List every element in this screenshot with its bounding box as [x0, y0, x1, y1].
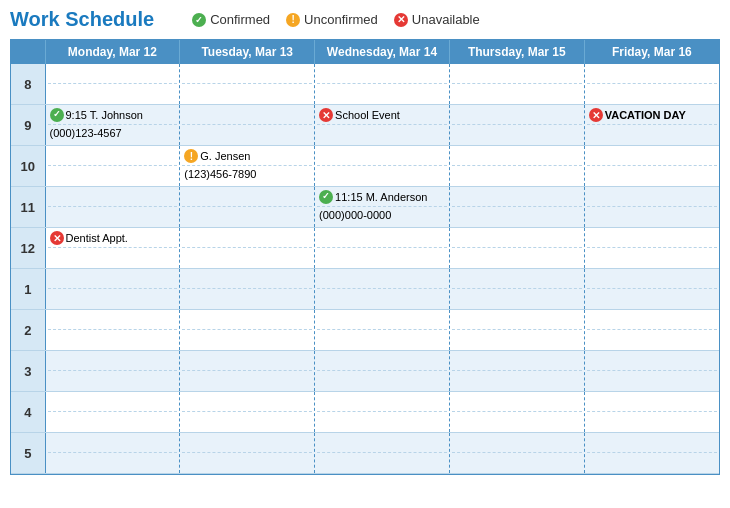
day-cell[interactable] — [449, 392, 584, 433]
cell-top — [182, 353, 312, 371]
event-entry: 9:15 T. Johnson — [50, 108, 143, 122]
unconfirmed-label: Unconfirmed — [304, 12, 378, 27]
header-tue: Tuesday, Mar 13 — [180, 40, 315, 64]
cell-top — [182, 435, 312, 453]
cell-bottom — [182, 289, 312, 307]
day-cell[interactable] — [45, 433, 180, 474]
day-cell[interactable] — [45, 269, 180, 310]
cell-top: 9:15 T. Johnson — [48, 107, 178, 125]
day-cell[interactable] — [449, 433, 584, 474]
day-cell[interactable] — [180, 310, 315, 351]
day-cell[interactable]: VACATION DAY — [584, 105, 719, 146]
header-mon: Monday, Mar 12 — [45, 40, 180, 64]
day-cell[interactable]: Dentist Appt. — [45, 228, 180, 269]
cell-bottom — [48, 248, 178, 266]
unconfirmed-icon — [286, 13, 300, 27]
day-cell[interactable] — [315, 64, 450, 105]
day-cell[interactable] — [584, 187, 719, 228]
day-cell[interactable] — [315, 310, 450, 351]
day-cell[interactable] — [45, 351, 180, 392]
cell-bottom — [317, 289, 447, 307]
day-cell[interactable] — [180, 392, 315, 433]
day-cell[interactable]: G. Jensen(123)456-7890 — [180, 146, 315, 187]
day-cell[interactable] — [584, 64, 719, 105]
cell-bottom — [182, 412, 312, 430]
day-cell[interactable] — [180, 187, 315, 228]
day-cell[interactable] — [584, 433, 719, 474]
event-text: Dentist Appt. — [66, 231, 128, 245]
day-cell[interactable] — [180, 64, 315, 105]
cell-bottom — [48, 289, 178, 307]
event-text: (000)123-4567 — [50, 126, 122, 140]
day-cell[interactable]: 9:15 T. Johnson(000)123-4567 — [45, 105, 180, 146]
day-cell[interactable] — [180, 269, 315, 310]
cell-top — [317, 271, 447, 289]
day-cell[interactable]: School Event — [315, 105, 450, 146]
day-cell[interactable] — [449, 269, 584, 310]
work-schedule-page: Work Schedule Confirmed Unconfirmed Unav… — [0, 0, 730, 479]
day-cell[interactable] — [584, 146, 719, 187]
day-cell[interactable] — [449, 351, 584, 392]
day-cell[interactable] — [180, 105, 315, 146]
cell-bottom — [182, 330, 312, 348]
cell-bottom — [48, 453, 178, 471]
cell-bottom — [452, 248, 582, 266]
event-entry: (000)123-4567 — [50, 126, 122, 140]
cell-top — [48, 435, 178, 453]
time-cell: 3 — [11, 351, 45, 392]
day-cell[interactable] — [45, 310, 180, 351]
page-header: Work Schedule Confirmed Unconfirmed Unav… — [10, 8, 720, 31]
day-cell[interactable] — [180, 351, 315, 392]
day-cell[interactable] — [449, 310, 584, 351]
day-cell[interactable] — [449, 187, 584, 228]
day-cell[interactable] — [449, 146, 584, 187]
unavailable-event-icon — [319, 108, 333, 122]
day-cell[interactable] — [449, 105, 584, 146]
day-cell[interactable] — [45, 187, 180, 228]
event-entry: School Event — [319, 108, 400, 122]
cell-bottom: (000)123-4567 — [48, 125, 178, 143]
cell-top — [182, 107, 312, 125]
cell-top — [452, 394, 582, 412]
header-thu: Thursday, Mar 15 — [449, 40, 584, 64]
cell-top: Dentist Appt. — [48, 230, 178, 248]
day-cell[interactable] — [45, 392, 180, 433]
day-cell[interactable] — [315, 228, 450, 269]
cell-bottom — [452, 166, 582, 184]
day-cell[interactable]: 11:15 M. Anderson(000)000-0000 — [315, 187, 450, 228]
time-cell: 1 — [11, 269, 45, 310]
unavailable-label: Unavailable — [412, 12, 480, 27]
day-cell[interactable] — [315, 269, 450, 310]
cell-top — [182, 189, 312, 207]
cell-bottom — [587, 412, 717, 430]
cell-top — [452, 148, 582, 166]
day-cell[interactable] — [584, 269, 719, 310]
day-cell[interactable] — [584, 351, 719, 392]
day-cell[interactable] — [449, 64, 584, 105]
event-entry: 11:15 M. Anderson — [319, 190, 427, 204]
day-cell[interactable] — [584, 392, 719, 433]
day-cell[interactable] — [315, 392, 450, 433]
cell-bottom — [48, 84, 178, 102]
day-cell[interactable] — [180, 228, 315, 269]
day-cell[interactable] — [584, 310, 719, 351]
day-cell[interactable] — [449, 228, 584, 269]
day-cell[interactable] — [315, 433, 450, 474]
table-row: 8 — [11, 64, 719, 105]
cell-bottom — [452, 371, 582, 389]
day-cell[interactable] — [45, 146, 180, 187]
day-cell[interactable] — [584, 228, 719, 269]
day-cell[interactable] — [315, 351, 450, 392]
cell-top — [587, 394, 717, 412]
cell-top: School Event — [317, 107, 447, 125]
day-cell[interactable] — [180, 433, 315, 474]
cell-top — [48, 353, 178, 371]
cell-bottom — [48, 330, 178, 348]
day-cell[interactable] — [315, 146, 450, 187]
event-entry: G. Jensen — [184, 149, 250, 163]
cell-top — [452, 107, 582, 125]
cell-top — [587, 230, 717, 248]
unavailable-icon — [394, 13, 408, 27]
cell-top — [587, 353, 717, 371]
day-cell[interactable] — [45, 64, 180, 105]
